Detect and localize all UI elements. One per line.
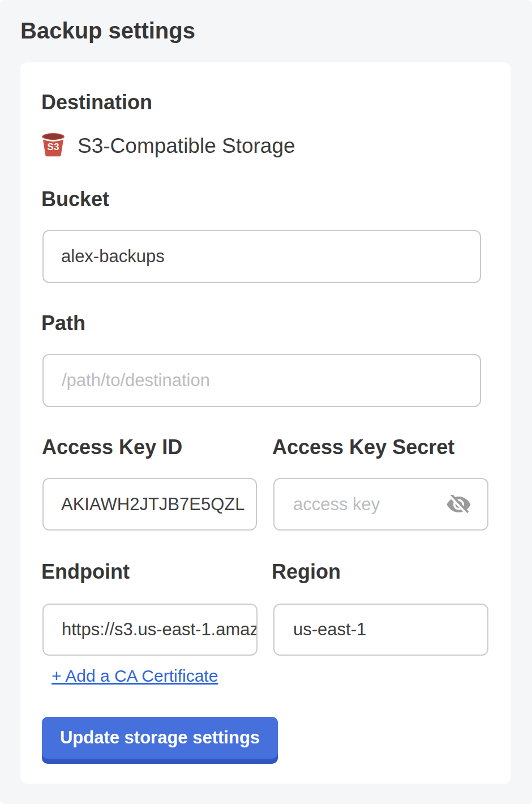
svg-text:S3: S3 <box>48 142 59 152</box>
